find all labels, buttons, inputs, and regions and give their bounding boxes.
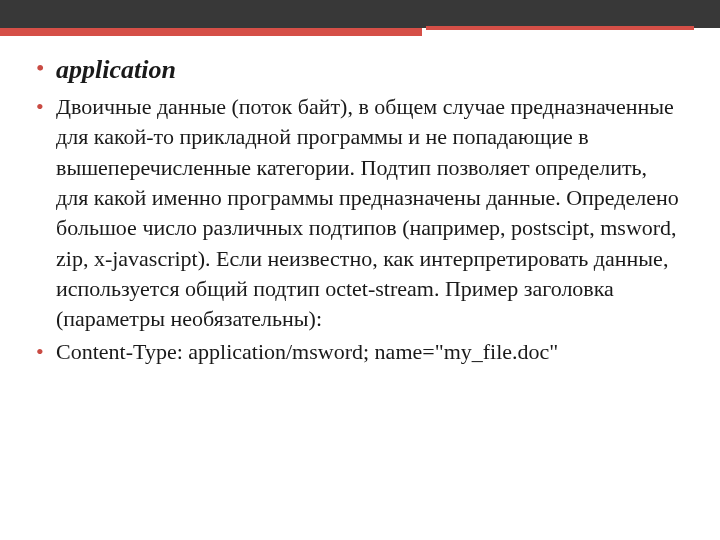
list-item: Двоичные данные (поток байт), в общем сл… (36, 92, 684, 335)
list-item: Content-Type: application/msword; name="… (36, 337, 684, 367)
heading-text: application (56, 55, 176, 84)
accent-bar-thick (0, 28, 422, 36)
paragraph-text: Двоичные данные (поток байт), в общем сл… (56, 94, 679, 332)
slide-content: application Двоичные данные (поток байт)… (0, 28, 720, 367)
list-heading: application (36, 52, 684, 88)
accent-bar-thin (426, 26, 694, 30)
bullet-list: application Двоичные данные (поток байт)… (36, 52, 684, 367)
example-text: Content-Type: application/msword; name="… (56, 339, 558, 364)
slide-header-bar (0, 0, 720, 28)
